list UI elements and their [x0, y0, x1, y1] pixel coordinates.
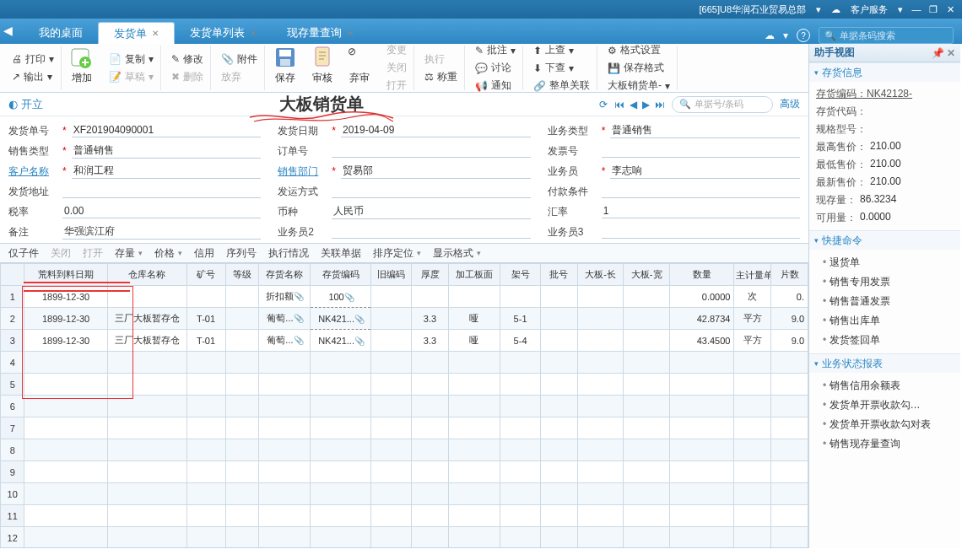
rate-field[interactable]: 1: [602, 205, 800, 218]
kai-status[interactable]: ◐开立: [8, 97, 43, 112]
tab-desktop[interactable]: 我的桌面: [24, 22, 98, 44]
col-thick[interactable]: 厚度: [412, 264, 449, 286]
weigh-button[interactable]: ⚖称重: [423, 69, 459, 85]
customer-field[interactable]: 和润工程: [72, 164, 262, 179]
col-qty[interactable]: 数量: [670, 264, 734, 286]
close-icon[interactable]: ✕: [250, 29, 257, 38]
col-mine[interactable]: 矿号: [186, 264, 225, 286]
quickcmd-item[interactable]: 销售普通发票: [823, 292, 954, 311]
bizreport-item[interactable]: 发货单开票收款勾对表: [823, 415, 954, 434]
display-menu[interactable]: 显示格式: [433, 246, 481, 261]
bizreport-item[interactable]: 销售现存量查询: [823, 434, 954, 454]
shipaddr-field[interactable]: [62, 185, 261, 198]
section-bizreport[interactable]: 业务状态报表: [809, 354, 960, 373]
section-stockinfo[interactable]: 存货信息: [809, 63, 960, 82]
pin-icon[interactable]: 📌 ✕: [932, 47, 955, 59]
discuss-button[interactable]: 💬讨论: [473, 60, 517, 76]
invoice-field[interactable]: [602, 144, 800, 158]
biztype-field[interactable]: 普通销售: [610, 123, 800, 138]
table-row[interactable]: 1 1899-12-30 折扣额📎 100📎 0.0000 次0.: [1, 286, 808, 308]
only-sub[interactable]: 仅子件: [8, 246, 39, 261]
tab-stock-query[interactable]: 现存量查询✕: [272, 22, 369, 44]
orderno-field[interactable]: [332, 144, 530, 158]
data-grid[interactable]: 荒料到料日期 仓库名称 矿号 等级 存货名称 存货编码 旧编码 厚度 加工板面 …: [0, 263, 808, 548]
table-row[interactable]: 3 1899-12-30三厂大板暂存仓T-01 葡萄...📎 NK421...📎…: [1, 330, 808, 352]
remark-field[interactable]: 华强滨江府: [62, 224, 261, 240]
currency-field[interactable]: 人民币: [332, 204, 530, 219]
save-button[interactable]: 保存: [268, 46, 302, 90]
nav-back-icon[interactable]: ◀: [3, 24, 13, 37]
audit-button[interactable]: 审核: [305, 46, 339, 90]
service-dropdown-icon[interactable]: ▾: [894, 4, 906, 15]
col-grade[interactable]: 等级: [225, 264, 258, 286]
topq-button[interactable]: ⬆上查 ▾: [532, 42, 592, 58]
service-label[interactable]: 客户服务: [847, 3, 891, 16]
section-quickcmd[interactable]: 快捷命令: [809, 231, 960, 250]
help-icon[interactable]: ?: [797, 29, 810, 42]
bizreport-item[interactable]: 销售信用余额表: [823, 376, 954, 396]
exec-btn[interactable]: 执行情况: [268, 246, 309, 261]
related-btn[interactable]: 关联单据: [321, 246, 361, 261]
cloud-icon[interactable]: ☁: [765, 30, 775, 41]
shipmode-field[interactable]: [332, 185, 530, 198]
quickcmd-item[interactable]: 发货签回单: [823, 331, 954, 350]
nav-next[interactable]: ▶: [642, 99, 650, 110]
col-warehouse[interactable]: 仓库名称: [107, 264, 186, 286]
payterm-field[interactable]: [602, 185, 800, 198]
refresh-icon[interactable]: ⟳: [599, 99, 608, 110]
col-oldcode[interactable]: 旧编码: [371, 264, 412, 286]
quickcmd-item[interactable]: 退货单: [823, 253, 954, 272]
close-icon[interactable]: ✕: [152, 29, 159, 38]
col-wid[interactable]: 大板-宽: [624, 264, 670, 286]
template-select[interactable]: 大板销货单- ▾: [606, 78, 672, 94]
table-row[interactable]: 10: [1, 483, 808, 505]
serial-btn[interactable]: 序列号: [226, 246, 257, 261]
credit-btn[interactable]: 信用: [194, 246, 214, 261]
col-shelf[interactable]: 架号: [500, 264, 541, 286]
taxrate-field[interactable]: 0.00: [62, 205, 261, 218]
window-close[interactable]: ✕: [943, 4, 957, 15]
service-icon[interactable]: ☁: [828, 4, 844, 15]
advanced-link[interactable]: 高级: [780, 97, 800, 111]
window-minimize[interactable]: —: [910, 4, 923, 14]
col-rownum[interactable]: [1, 264, 24, 286]
table-row[interactable]: 6: [1, 396, 808, 417]
doc-search[interactable]: 🔍单据号/条码: [672, 96, 773, 113]
table-row[interactable]: 9: [1, 461, 808, 483]
col-amt[interactable]: 片数: [771, 264, 808, 286]
whole-button[interactable]: 🔗整单关联: [532, 78, 592, 94]
sales2-field[interactable]: [332, 225, 530, 239]
quickcmd-item[interactable]: 销售专用发票: [823, 272, 954, 292]
table-row[interactable]: 12: [1, 527, 808, 549]
close-icon[interactable]: ✕: [347, 29, 354, 38]
attach-button[interactable]: 📎附件: [219, 51, 259, 67]
invcode-link[interactable]: 存货编码：NK42128-: [816, 87, 912, 101]
modify-button[interactable]: ✎修改: [170, 51, 205, 67]
quickcmd-item[interactable]: 销售出库单: [823, 311, 954, 331]
col-len[interactable]: 大板-长: [577, 264, 624, 286]
sort-menu[interactable]: 排序定位: [373, 246, 421, 261]
col-batch[interactable]: 批号: [541, 264, 578, 286]
botq-button[interactable]: ⬇下查 ▾: [532, 60, 592, 76]
col-surface[interactable]: 加工板面: [448, 264, 500, 286]
sales3-field[interactable]: [602, 225, 800, 239]
output-button[interactable]: ↗输出 ▾: [10, 69, 56, 85]
tab-shipment[interactable]: 发货单✕: [98, 22, 175, 44]
col-rawdate[interactable]: 荒料到料日期: [24, 264, 107, 286]
window-restore[interactable]: ❐: [927, 4, 940, 15]
saletype-field[interactable]: 普通销售: [72, 143, 262, 159]
open-grid[interactable]: 打开: [83, 246, 103, 261]
dept-field[interactable]: 贸易部: [341, 164, 531, 179]
approve-button[interactable]: ✎批注 ▾: [473, 42, 517, 58]
format-button[interactable]: ⚙格式设置: [606, 42, 672, 58]
billdate-field[interactable]: 2019-04-09: [341, 124, 531, 137]
bizreport-item[interactable]: 发货单开票收款勾…: [823, 396, 954, 415]
add-button[interactable]: 增加: [65, 46, 99, 90]
nav-first[interactable]: ⏮: [614, 99, 624, 110]
table-row[interactable]: 8: [1, 439, 808, 461]
stock-menu[interactable]: 存量: [115, 246, 143, 261]
dept-label[interactable]: 销售部门: [278, 164, 327, 179]
notify-button[interactable]: 📢通知: [473, 78, 517, 94]
dropdown-icon[interactable]: ▾: [783, 30, 788, 41]
draft-button[interactable]: 📝草稿 ▾: [107, 69, 155, 85]
